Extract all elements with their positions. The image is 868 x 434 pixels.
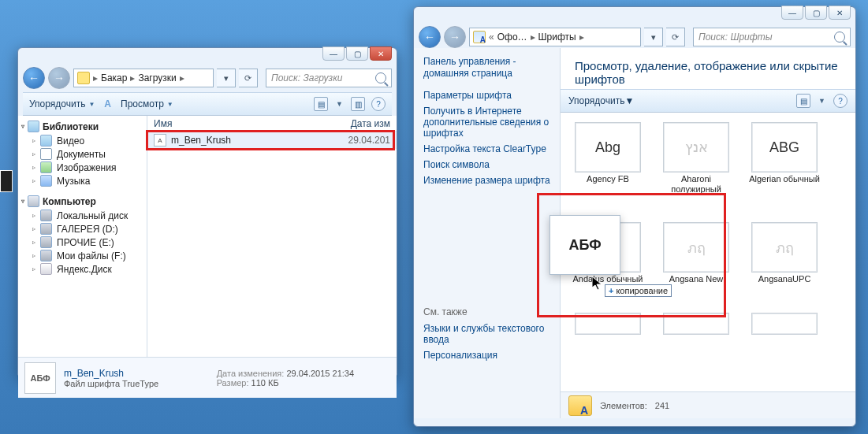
desktop-shortcut[interactable] [0, 170, 13, 192]
status-label: Элементов: [600, 401, 647, 410]
search-placeholder: Поиск: Шрифты [698, 32, 773, 43]
address-dropdown[interactable]: ▾ [644, 28, 663, 46]
close-button[interactable]: ✕ [829, 6, 851, 20]
fonts-icon: A [473, 31, 486, 43]
refresh-button[interactable]: ⟳ [666, 28, 685, 46]
tree-libraries[interactable]: Библиотеки [43, 121, 99, 132]
related-header: См. также [423, 306, 550, 317]
fonts-folder-icon: A [568, 395, 592, 416]
library-icon [40, 161, 52, 173]
address-bar[interactable]: ▸ Бакар ▸ Загрузки ▸ [73, 69, 214, 87]
minimize-button[interactable]: — [781, 6, 803, 20]
organize-menu[interactable]: Упорядочить▼ [29, 98, 95, 109]
font-name-label: Aharoni полужирный [655, 174, 737, 194]
nav-back-button[interactable]: ← [23, 67, 45, 89]
library-icon [40, 135, 52, 147]
crumb-sep: ▸ [531, 32, 535, 43]
libraries-icon [28, 121, 39, 132]
side-link[interactable]: Настройка текста ClearType [423, 141, 550, 157]
font-item[interactable]: ภฤAngsanaUPC [740, 219, 829, 287]
help-button[interactable]: ? [371, 97, 386, 111]
breadcrumb[interactable]: Шрифты [538, 32, 576, 43]
annotation-highlight [146, 130, 395, 150]
view-options-button[interactable]: ▤ [314, 97, 328, 111]
library-icon [40, 175, 52, 187]
crumb-sep: « [489, 32, 494, 43]
maximize-button[interactable]: ▢ [346, 46, 368, 61]
tree-item[interactable]: Документы [57, 149, 106, 160]
column-name[interactable]: Имя [154, 118, 335, 129]
fonts-toolbar: Упорядочить▼ ▤▼ ? [561, 89, 855, 113]
organize-menu[interactable]: Упорядочить▼ [568, 95, 634, 106]
drive-icon [40, 250, 52, 262]
minimize-button[interactable]: — [322, 46, 345, 61]
status-count: 241 [655, 401, 669, 410]
side-link[interactable]: Получить в Интернете дополнительные свед… [423, 103, 550, 141]
copy-tooltip: + копирование [605, 284, 672, 297]
font-preview-tile [751, 313, 818, 335]
drive-icon [40, 210, 52, 221]
plus-icon: + [609, 286, 613, 295]
refresh-button[interactable]: ⟳ [239, 69, 258, 87]
tree-item[interactable]: Изображения [57, 162, 116, 173]
status-bar: A Элементов: 241 [561, 391, 855, 418]
cp-home-link[interactable]: Панель управления - домашняя страница [423, 56, 550, 80]
breadcrumb[interactable]: Офо… [497, 32, 527, 43]
preview-menu[interactable]: Просмотр▼ [121, 98, 173, 109]
help-button[interactable]: ? [833, 94, 848, 108]
font-item[interactable]: AbgAgency FB [564, 119, 652, 197]
crumb-sep: ▸ [579, 32, 584, 43]
font-item[interactable] [740, 310, 829, 339]
explorer-downloads-window: — ▢ ✕ ← → ▸ Бакар ▸ Загрузки ▸ ▾ ⟳ Поиск… [17, 47, 397, 378]
side-link[interactable]: Изменение размера шрифта [423, 172, 550, 188]
font-preview-tile: Abg [575, 122, 641, 172]
crumb-sep: ▸ [93, 72, 98, 83]
preview-pane-button[interactable]: ▥ [351, 97, 365, 111]
side-link[interactable]: Поиск символа [423, 157, 550, 172]
tree-item[interactable]: Локальный диск [57, 210, 128, 221]
font-preview-tile: ภฤ [751, 222, 818, 273]
nav-forward-button[interactable]: → [48, 67, 70, 89]
tree-computer[interactable]: Компьютер [43, 196, 96, 207]
maximize-button[interactable]: ▢ [805, 6, 827, 20]
details-mod-label: Дата изменения: [217, 369, 285, 378]
tree-item[interactable]: Видео [57, 135, 84, 147]
nav-forward-button[interactable]: → [444, 26, 466, 48]
toolbar: Упорядочить▼ A Просмотр▼ ▤ ▼ ▥ ? [23, 92, 392, 116]
nav-tree: ▿ Библиотеки ▹Видео ▹Документы ▹Изображе… [18, 116, 147, 357]
breadcrumb[interactable]: Загрузки [138, 72, 176, 83]
related-link[interactable]: Языки и службы текстового ввода [423, 321, 550, 347]
library-icon [40, 148, 52, 160]
file-list: Имя Дата изм A m_Ben_Krush 29.04.201 [147, 116, 397, 357]
search-input[interactable]: Поиск: Шрифты [693, 28, 851, 46]
font-preview-tile: אנץ [663, 122, 729, 172]
nav-back-button[interactable]: ← [419, 26, 441, 48]
drag-ghost: АБФ [549, 215, 620, 275]
crumb-sep: ▸ [130, 72, 135, 83]
font-name-label: Algerian обычный [743, 174, 825, 184]
view-options-button[interactable]: ▤ [796, 94, 810, 108]
tree-item[interactable]: ПРОЧИЕ (E:) [57, 237, 114, 248]
breadcrumb[interactable]: Бакар [101, 72, 127, 83]
tree-item[interactable]: Яндекс.Диск [57, 264, 112, 275]
address-dropdown[interactable]: ▾ [217, 69, 236, 87]
side-link[interactable]: Параметры шрифта [423, 87, 550, 103]
search-icon [375, 72, 386, 83]
details-size: 110 КБ [251, 378, 279, 388]
font-item[interactable]: אנץAharoni полужирный [652, 119, 740, 197]
fonts-grid[interactable]: AbgAgency FBאנץAharoni полужирныйABGAlge… [561, 113, 855, 391]
details-pane: АБФ m_Ben_Krush Файл шрифта TrueType Дат… [18, 357, 397, 398]
font-item[interactable]: ABGAlgerian обычный [740, 119, 829, 197]
tree-item[interactable]: Мои файлы (F:) [57, 250, 126, 262]
related-link[interactable]: Персонализация [423, 347, 550, 363]
close-button[interactable]: ✕ [370, 46, 392, 61]
search-input[interactable]: Поиск: Загрузки [266, 69, 392, 87]
folder-icon [77, 72, 90, 84]
details-type: Файл шрифта TrueType [64, 379, 209, 388]
drive-icon [40, 236, 52, 248]
fonts-control-panel-window: — ▢ ✕ ← → A « Офо… ▸ Шрифты ▸ ▾ ⟳ Поиск:… [413, 6, 856, 427]
address-bar[interactable]: A « Офо… ▸ Шрифты ▸ [469, 28, 641, 46]
tree-item[interactable]: ГАЛЕРЕЯ (D:) [57, 224, 118, 235]
column-date[interactable]: Дата изм [335, 118, 390, 129]
tree-item[interactable]: Музыка [57, 176, 90, 187]
